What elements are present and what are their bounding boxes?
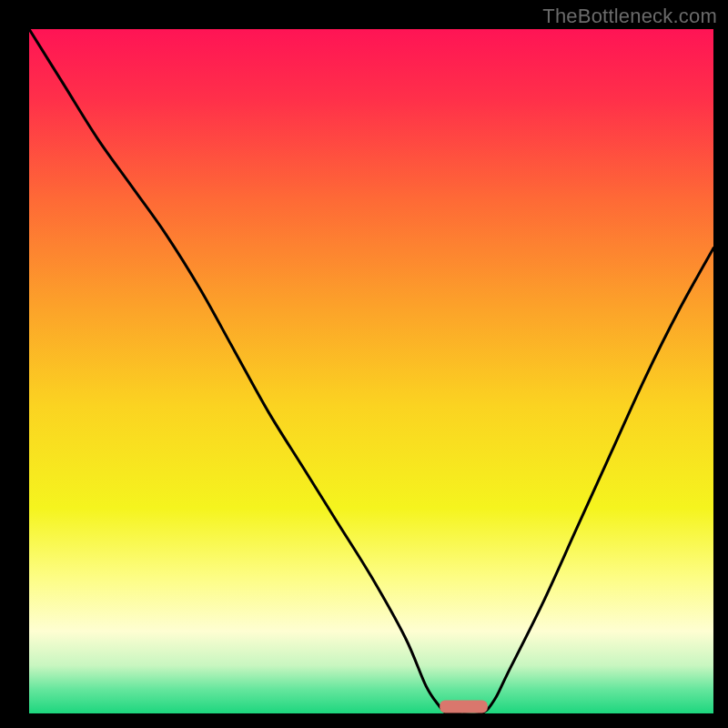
optimal-range-marker <box>440 700 488 713</box>
plot-area <box>29 29 713 713</box>
chart-frame: TheBottleneck.com <box>0 0 728 728</box>
watermark-label: TheBottleneck.com <box>542 5 717 28</box>
bottleneck-chart <box>29 29 713 713</box>
gradient-background <box>29 29 713 713</box>
